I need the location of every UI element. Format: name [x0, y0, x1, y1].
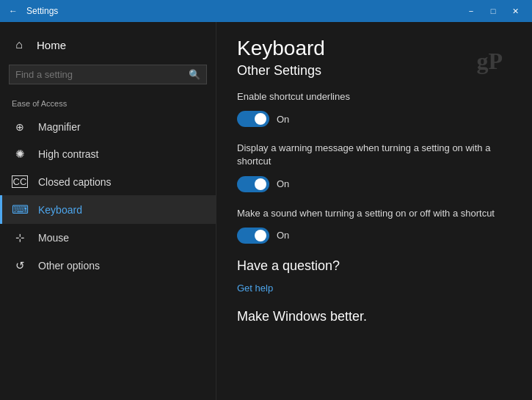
- sidebar-item-high-contrast[interactable]: ✺ High contrast: [0, 140, 216, 168]
- sidebar-item-other-options-label: Other options: [38, 260, 100, 272]
- sidebar-item-other-options[interactable]: ↺ Other options: [0, 252, 216, 280]
- other-settings-title: Other Settings: [237, 63, 511, 79]
- sidebar-item-magnifier-label: Magnifier: [38, 121, 81, 133]
- sidebar: ⌂ Home 🔍 Ease of Access ⊕ Magnifier ✺ Hi…: [0, 22, 216, 400]
- sidebar-item-closed-captions-label: Closed captions: [38, 176, 112, 188]
- warning-message-label: Display a warning message when turning a…: [237, 142, 511, 168]
- warning-message-toggle-label: On: [277, 178, 289, 189]
- maximize-button[interactable]: □: [482, 0, 504, 22]
- sidebar-item-closed-captions[interactable]: CC Closed captions: [0, 168, 216, 195]
- titlebar: ← Settings − □ ✕: [0, 0, 532, 22]
- question-title: Have a question?: [237, 258, 511, 274]
- back-button[interactable]: ←: [6, 4, 21, 18]
- search-icon: 🔍: [189, 69, 200, 80]
- sidebar-item-mouse[interactable]: ⊹ Mouse: [0, 224, 216, 252]
- sound-shortcut-toggle-wrapper: On: [237, 228, 289, 244]
- window-controls: − □ ✕: [460, 0, 526, 22]
- mouse-icon: ⊹: [12, 231, 28, 244]
- warning-message-toggle-wrapper: On: [237, 176, 289, 192]
- sidebar-item-magnifier[interactable]: ⊕ Magnifier: [0, 114, 216, 140]
- search-box[interactable]: 🔍: [9, 65, 207, 84]
- minimize-icon: −: [469, 7, 473, 15]
- maximize-icon: □: [491, 7, 496, 15]
- sidebar-item-high-contrast-label: High contrast: [38, 148, 98, 160]
- window-title: Settings: [26, 6, 460, 16]
- high-contrast-icon: ✺: [12, 148, 28, 161]
- minimize-button[interactable]: −: [460, 0, 482, 22]
- setting-warning-message: Display a warning message when turning a…: [237, 142, 511, 192]
- sidebar-item-mouse-label: Mouse: [38, 232, 69, 244]
- sound-shortcut-toggle[interactable]: [237, 228, 269, 244]
- other-options-icon: ↺: [12, 259, 28, 272]
- page-title: Keyboard: [237, 37, 511, 60]
- ease-of-access-label: Ease of Access: [0, 96, 216, 114]
- shortcut-underlines-toggle-wrapper: On: [237, 111, 289, 127]
- back-icon: ←: [9, 6, 18, 16]
- shortcut-underlines-toggle[interactable]: [237, 111, 269, 127]
- shortcut-underlines-row: On: [237, 111, 511, 127]
- setting-sound-shortcut: Make a sound when turning a setting on o…: [237, 207, 511, 244]
- search-input[interactable]: [15, 69, 189, 80]
- close-button[interactable]: ✕: [504, 0, 526, 22]
- magnifier-icon: ⊕: [12, 121, 28, 133]
- sidebar-item-home[interactable]: ⌂ Home: [0, 31, 216, 59]
- sidebar-item-keyboard[interactable]: ⌨ Keyboard: [0, 195, 216, 224]
- shortcut-underlines-label: Enable shortcut underlines: [237, 90, 511, 103]
- sound-shortcut-toggle-label: On: [277, 230, 289, 241]
- warning-message-toggle[interactable]: [237, 176, 269, 192]
- shortcut-underlines-toggle-label: On: [277, 114, 289, 125]
- warning-message-row: On: [237, 176, 511, 192]
- closed-captions-icon: CC: [12, 175, 28, 188]
- home-icon: ⌂: [12, 38, 26, 51]
- sound-shortcut-label: Make a sound when turning a setting on o…: [237, 207, 511, 220]
- content-area: Keyboard Other Settings Enable shortcut …: [216, 22, 532, 400]
- make-windows-title: Make Windows better.: [237, 309, 511, 324]
- keyboard-icon: ⌨: [12, 203, 28, 217]
- app-container: gP ⌂ Home 🔍 Ease of Access ⊕ Magnifier ✺…: [0, 22, 532, 400]
- sound-shortcut-row: On: [237, 228, 511, 244]
- question-section: Have a question? Get help: [237, 258, 511, 294]
- get-help-link[interactable]: Get help: [237, 283, 273, 294]
- close-icon: ✕: [512, 7, 519, 16]
- sidebar-item-keyboard-label: Keyboard: [38, 204, 82, 216]
- home-label: Home: [37, 39, 66, 51]
- setting-shortcut-underlines: Enable shortcut underlines On: [237, 90, 511, 127]
